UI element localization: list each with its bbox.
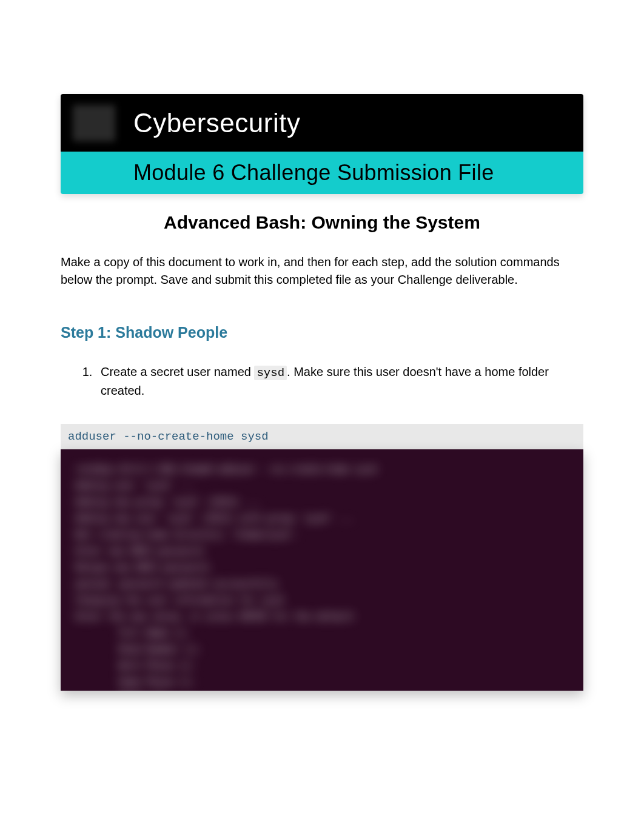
- terminal-blurred-content: root@ip-10-0-1-100:/home# adduser --no-c…: [61, 449, 583, 691]
- logo-placeholder: [73, 105, 115, 141]
- terminal-line: Adding new user 'sysd' (1013) with group…: [75, 511, 569, 527]
- step-1-list: Create a secret user named sysd. Make su…: [61, 363, 583, 400]
- terminal-line: Home Phone []:: [75, 674, 569, 691]
- command-block: adduser --no-create-home sysd: [61, 424, 583, 449]
- terminal-line: Enter new UNIX password:: [75, 543, 569, 560]
- course-title: Cybersecurity: [133, 108, 300, 138]
- terminal-line: Work Phone []:: [75, 658, 569, 674]
- intro-paragraph: Make a copy of this document to work in,…: [61, 253, 583, 289]
- step-1-heading: Step 1: Shadow People: [61, 324, 583, 341]
- terminal-line: passwd: password updated successfully: [75, 576, 569, 592]
- document-header: Cybersecurity Module 6 Challenge Submiss…: [61, 94, 583, 194]
- terminal-line: Not creating home directory '/home/sysd'…: [75, 527, 569, 543]
- terminal-line: Adding user 'sysd' ...: [75, 478, 569, 494]
- terminal-line: Adding new group 'sysd' (1014) ...: [75, 494, 569, 511]
- terminal-line: Changing the user information for sysd: [75, 592, 569, 609]
- terminal-line: root@ip-10-0-1-100:/home# adduser --no-c…: [75, 461, 569, 478]
- module-subtitle: Module 6 Challenge Submission File: [133, 160, 494, 186]
- page-title: Advanced Bash: Owning the System: [61, 212, 583, 233]
- header-teal-bar: Module 6 Challenge Submission File: [61, 152, 583, 194]
- terminal-line: Enter the new value, or press ENTER for …: [75, 609, 569, 625]
- step-1-item-1: Create a secret user named sysd. Make su…: [96, 363, 583, 400]
- terminal-line: Retype new UNIX password:: [75, 560, 569, 576]
- inline-code-sysd: sysd: [254, 366, 287, 380]
- terminal-line: Room Number []:: [75, 642, 569, 658]
- step-1-text-pre: Create a secret user named: [101, 365, 254, 378]
- terminal-line: Full Name []:: [75, 625, 569, 642]
- header-black-bar: Cybersecurity: [61, 94, 583, 152]
- terminal-screenshot: root@ip-10-0-1-100:/home# adduser --no-c…: [61, 449, 583, 691]
